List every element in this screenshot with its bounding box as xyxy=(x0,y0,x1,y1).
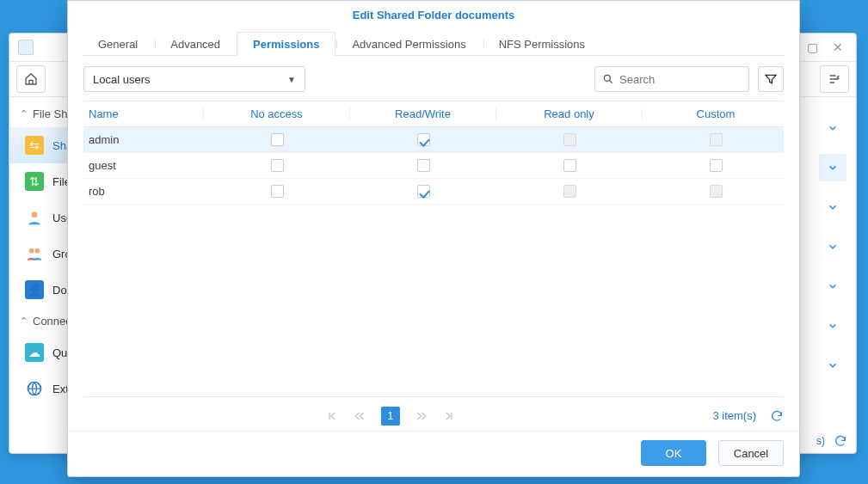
ok-button[interactable]: OK xyxy=(641,440,706,466)
checkbox[interactable] xyxy=(710,185,723,198)
filter-button[interactable] xyxy=(758,66,784,92)
home-button[interactable] xyxy=(16,65,46,93)
app-icon xyxy=(18,40,34,55)
button-label: Cancel xyxy=(734,447,768,460)
tab-label: General xyxy=(98,38,138,51)
table-row[interactable]: guest xyxy=(83,153,784,179)
bg-status: s) xyxy=(816,434,847,448)
dialog-title: Edit Shared Folder documents xyxy=(68,1,799,30)
tab-label: Advanced Permissions xyxy=(352,38,465,51)
svg-point-4 xyxy=(604,75,610,81)
grid-header: Name No access Read/Write Read only Cust… xyxy=(83,101,784,127)
globe-icon xyxy=(25,379,44,398)
tab-label: Permissions xyxy=(253,38,319,51)
checkbox[interactable] xyxy=(271,133,284,146)
checkbox[interactable] xyxy=(417,159,430,172)
svg-point-1 xyxy=(29,248,34,254)
close-icon[interactable]: ✕ xyxy=(828,38,847,57)
row-name: guest xyxy=(83,159,204,172)
col-read-only[interactable]: Read only xyxy=(496,107,643,120)
expand-row-2[interactable] xyxy=(819,154,846,181)
pager-prev[interactable] xyxy=(354,410,366,422)
caret-down-icon: ▼ xyxy=(287,75,296,84)
select-value: Local users xyxy=(93,73,150,86)
button-label: OK xyxy=(666,447,682,460)
svg-point-0 xyxy=(32,211,38,217)
edit-folder-dialog: Edit Shared Folder documents General Adv… xyxy=(67,0,800,477)
search-input[interactable] xyxy=(619,73,742,86)
row-name: admin xyxy=(83,133,204,146)
dialog-footer: OK Cancel xyxy=(68,431,799,476)
col-name[interactable]: Name xyxy=(83,107,204,120)
row-name: rob xyxy=(83,185,204,198)
group-icon xyxy=(25,244,44,263)
chevron-up-icon: ⌃ xyxy=(20,316,28,327)
pager-count: 3 item(s) xyxy=(712,409,756,422)
col-no-access[interactable]: No access xyxy=(204,107,350,120)
pager: 1 3 item(s) xyxy=(83,396,784,431)
checkbox[interactable] xyxy=(563,159,576,172)
expand-row-7[interactable] xyxy=(819,352,846,379)
expand-row-1[interactable] xyxy=(819,114,846,142)
user-type-select[interactable]: Local users ▼ xyxy=(83,66,305,92)
user-icon xyxy=(25,208,44,227)
cloud-icon: ☁ xyxy=(25,343,44,362)
checkbox[interactable] xyxy=(563,185,576,198)
dialog-toolbar: Local users ▼ xyxy=(68,56,799,101)
pager-next[interactable] xyxy=(416,410,428,422)
pager-first[interactable] xyxy=(326,410,338,422)
svg-point-2 xyxy=(34,248,40,254)
checkbox[interactable] xyxy=(417,133,430,146)
tab-permissions[interactable]: Permissions xyxy=(237,32,336,56)
checkbox[interactable] xyxy=(271,185,284,198)
right-panel xyxy=(816,102,849,446)
share-icon: ⇆ xyxy=(25,136,44,155)
col-read-write[interactable]: Read/Write xyxy=(350,107,496,120)
tab-advanced-permissions[interactable]: Advanced Permissions xyxy=(336,32,482,56)
table-row[interactable]: rob xyxy=(83,179,784,205)
expand-row-6[interactable] xyxy=(819,312,846,340)
search-icon xyxy=(602,73,614,85)
expand-row-3[interactable] xyxy=(819,193,846,221)
sort-button[interactable] xyxy=(820,65,849,93)
tab-label: Advanced xyxy=(170,38,220,51)
checkbox[interactable] xyxy=(563,133,576,146)
maximize-icon[interactable]: ▢ xyxy=(803,38,822,57)
pager-current[interactable]: 1 xyxy=(381,407,400,426)
tab-nfs-permissions[interactable]: NFS Permissions xyxy=(483,32,601,56)
col-custom[interactable]: Custom xyxy=(643,107,789,120)
checkbox[interactable] xyxy=(710,133,723,146)
refresh-icon[interactable] xyxy=(770,409,784,423)
permissions-grid: Name No access Read/Write Read only Cust… xyxy=(83,101,784,205)
checkbox[interactable] xyxy=(271,159,284,172)
file-services-icon: ⇅ xyxy=(25,172,44,191)
table-row[interactable]: admin xyxy=(83,127,784,153)
domain-icon: 👤 xyxy=(25,280,44,299)
pager-last[interactable] xyxy=(443,410,455,422)
bg-item-count: s) xyxy=(816,435,825,447)
tab-general[interactable]: General xyxy=(82,32,154,56)
expand-row-4[interactable] xyxy=(819,233,846,260)
dialog-tabs: General Advanced Permissions Advanced Pe… xyxy=(68,30,799,55)
checkbox[interactable] xyxy=(710,159,723,172)
search-box[interactable] xyxy=(594,66,749,92)
cancel-button[interactable]: Cancel xyxy=(718,440,784,466)
chevron-up-icon: ⌃ xyxy=(20,108,28,119)
tab-label: NFS Permissions xyxy=(499,38,585,51)
refresh-icon[interactable] xyxy=(834,434,847,448)
checkbox[interactable] xyxy=(417,185,430,198)
tab-advanced[interactable]: Advanced xyxy=(154,32,237,56)
expand-row-5[interactable] xyxy=(819,273,846,300)
